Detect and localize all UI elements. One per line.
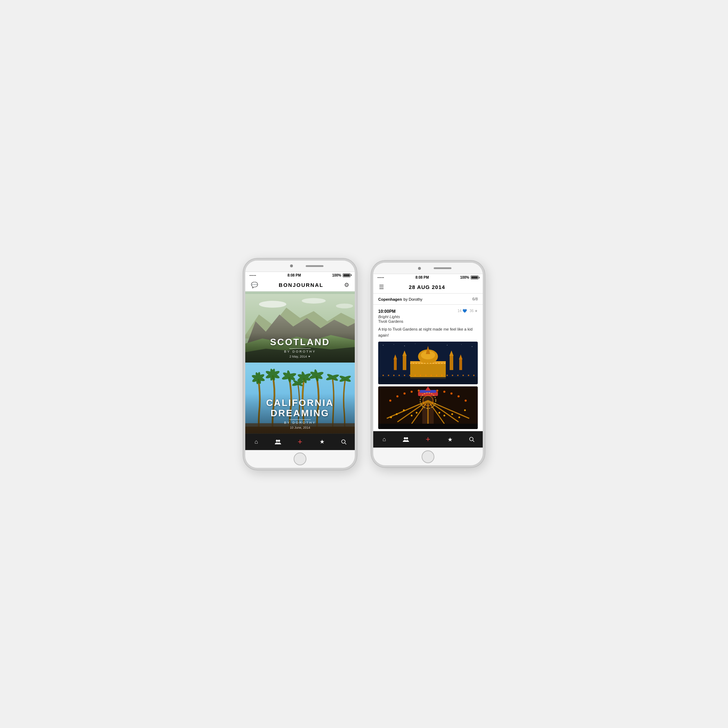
- status-time: 8:08 PM: [288, 273, 301, 277]
- california-card-overlay: CALIFORNIA DREAMING BY DOROTHY 10 June, …: [245, 393, 355, 433]
- app-title: BONJOURNAL: [258, 282, 344, 288]
- menu-icon[interactable]: ☰: [379, 284, 384, 291]
- status-time-2: 8:08 PM: [416, 275, 429, 279]
- svg-point-45: [472, 346, 473, 347]
- carousel-svg: [378, 386, 478, 429]
- svg-rect-62: [419, 363, 419, 364]
- app1-screen: 💬 BONJOURNAL ⚙: [245, 279, 355, 450]
- svg-point-117: [404, 392, 405, 395]
- location-author-text: by Dorothy: [404, 297, 422, 301]
- carousel-bg: [378, 386, 478, 429]
- friends-icon: [275, 439, 281, 444]
- svg-point-109: [444, 415, 445, 417]
- scotland-title: SCOTLAND: [249, 337, 350, 347]
- star-icon: ★: [474, 309, 478, 313]
- phone-top-bezel: [245, 260, 355, 272]
- svg-rect-61: [416, 363, 417, 364]
- speaker-2: [434, 267, 451, 269]
- svg-rect-69: [439, 363, 439, 364]
- entry-likes: 14 💙: [457, 309, 467, 313]
- svg-point-83: [436, 375, 437, 376]
- tab-search-1[interactable]: [333, 439, 355, 445]
- tab-favorites-2[interactable]: ★: [439, 436, 461, 443]
- phone-bottom-bezel-2: [373, 448, 483, 465]
- journal-list: SCOTLAND BY DOROTHY 2 May, 2014 ✦ 🕶: [245, 292, 355, 434]
- svg-point-87: [457, 375, 459, 376]
- svg-point-105: [390, 417, 392, 418]
- svg-point-7: [336, 304, 353, 308]
- phone-2: ••••• 8:08 PM 100% ☰ 28 AUG 2014 Copenha…: [371, 260, 485, 468]
- svg-point-118: [411, 391, 413, 393]
- svg-point-115: [389, 399, 392, 402]
- tab-home-2[interactable]: ⌂: [373, 436, 395, 442]
- scotland-author: BY DOROTHY: [249, 350, 350, 353]
- detail-date-title: 28 AUG 2014: [384, 284, 470, 290]
- svg-point-119: [418, 390, 420, 392]
- detail-content: 10:00PM 14 💙 36 ★ Bright Lights Tivoli G…: [373, 304, 483, 431]
- svg-point-43: [447, 345, 448, 346]
- california-date: 10 June, 2014: [249, 426, 350, 430]
- california-underline: [289, 419, 310, 420]
- svg-point-41: [404, 346, 405, 346]
- svg-point-90: [473, 375, 474, 376]
- california-card[interactable]: 🕶: [245, 362, 355, 434]
- svg-point-80: [420, 375, 421, 376]
- svg-rect-65: [427, 363, 428, 364]
- tab-favorites-1[interactable]: ★: [311, 438, 333, 445]
- home-button-1[interactable]: [294, 453, 306, 465]
- svg-rect-67: [433, 363, 434, 364]
- battery-icon-2: [471, 275, 479, 279]
- home-button-2[interactable]: [422, 450, 434, 463]
- svg-point-75: [393, 375, 395, 376]
- california-title-2: DREAMING: [249, 408, 350, 418]
- settings-icon[interactable]: ⚙: [344, 281, 349, 288]
- tivoli-image: [378, 342, 478, 384]
- tab-friends-1[interactable]: [267, 439, 289, 444]
- tab-friends-2[interactable]: [395, 437, 418, 442]
- svg-rect-60: [413, 363, 414, 364]
- svg-rect-68: [436, 363, 436, 364]
- svg-rect-64: [424, 363, 425, 364]
- tab-add-1[interactable]: +: [289, 437, 311, 447]
- signal-dots: •••••: [249, 274, 256, 277]
- entry-stats: 14 💙 36 ★: [457, 309, 478, 313]
- front-camera-2: [418, 267, 421, 270]
- svg-rect-63: [422, 363, 422, 364]
- svg-point-76: [399, 375, 400, 376]
- scotland-card-overlay: SCOTLAND BY DOROTHY 2 May, 2014 ✦: [245, 333, 355, 362]
- svg-point-112: [464, 410, 466, 411]
- svg-point-5: [259, 301, 286, 307]
- detail-sub-header: Copenhagen by Dorothy 6/8: [373, 294, 483, 304]
- tab-add-2[interactable]: +: [417, 435, 439, 444]
- svg-point-103: [403, 410, 405, 411]
- svg-point-127: [406, 437, 408, 439]
- search-icon-1: [341, 439, 347, 445]
- svg-point-108: [439, 412, 440, 414]
- heart-icon: 💙: [462, 309, 467, 313]
- svg-rect-55: [450, 355, 453, 370]
- svg-rect-53: [394, 359, 397, 370]
- svg-rect-125: [378, 424, 478, 429]
- location-bold: Copenhagen: [378, 297, 402, 301]
- svg-rect-72: [378, 377, 478, 384]
- svg-rect-66: [430, 363, 431, 364]
- svg-point-86: [452, 375, 453, 376]
- svg-point-122: [450, 392, 453, 395]
- svg-point-35: [278, 440, 280, 442]
- tab-home-1[interactable]: ⌂: [245, 439, 267, 445]
- svg-point-6: [302, 298, 326, 304]
- search-icon-2: [469, 436, 474, 442]
- svg-point-111: [459, 417, 460, 418]
- svg-point-107: [411, 415, 413, 417]
- svg-point-89: [468, 375, 469, 376]
- chat-icon[interactable]: 💬: [251, 281, 258, 288]
- svg-point-79: [414, 375, 416, 376]
- carousel-image: [378, 386, 478, 429]
- tab-search-2[interactable]: [461, 436, 483, 442]
- app2-screen: ☰ 28 AUG 2014 Copenhagen by Dorothy 6/8 …: [373, 281, 483, 448]
- entry-header: 10:00PM 14 💙 36 ★: [378, 309, 478, 314]
- sub-header-location: Copenhagen by Dorothy: [378, 296, 422, 302]
- svg-point-88: [462, 375, 464, 376]
- entry-location: Tivoli Gardens: [378, 319, 478, 323]
- scotland-card[interactable]: SCOTLAND BY DOROTHY 2 May, 2014 ✦: [245, 292, 355, 362]
